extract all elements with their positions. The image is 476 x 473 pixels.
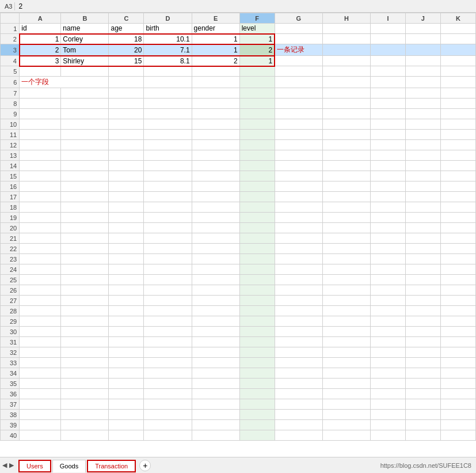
cell-A1[interactable]: id	[20, 24, 61, 34]
cell-C5[interactable]	[109, 66, 144, 77]
cell-G3[interactable]: 一条记录	[275, 44, 322, 56]
cell-J6[interactable]	[405, 77, 440, 88]
cell-C4[interactable]: 15	[109, 56, 144, 66]
cell-G4[interactable]	[275, 56, 322, 66]
col-header-H[interactable]: H	[322, 13, 370, 24]
cell-I2[interactable]	[370, 34, 405, 44]
table-row: 8	[1, 99, 476, 109]
col-header-G[interactable]: G	[275, 13, 322, 24]
cell-C3[interactable]: 20	[109, 44, 144, 56]
cell-I5[interactable]	[370, 66, 405, 77]
cell-D5[interactable]	[144, 66, 192, 77]
table-row: 10	[1, 119, 476, 130]
cell-E3[interactable]: 1	[192, 44, 239, 56]
cell-D4[interactable]: 8.1	[144, 56, 192, 66]
cell-F1[interactable]: level	[239, 24, 275, 34]
table-row: 4 3 Shirley 15 8.1 2 1	[1, 56, 476, 66]
cell-F5[interactable]	[239, 66, 275, 77]
grid-body: A B C D E F G H I J K	[0, 13, 476, 457]
grid-scroll[interactable]: A B C D E F G H I J K	[0, 13, 476, 457]
table-row: 2 1 Corley 18 10.1 1 1	[1, 34, 476, 44]
cell-C2[interactable]: 18	[109, 34, 144, 44]
table-row: 5	[1, 66, 476, 77]
cell-E5[interactable]	[192, 66, 239, 77]
col-header-A[interactable]: A	[20, 13, 61, 24]
cell-D2[interactable]: 10.1	[144, 34, 192, 44]
formula-bar: A3 2	[0, 0, 476, 13]
col-header-B[interactable]: B	[61, 13, 109, 24]
cell-A6[interactable]: 一个字段	[20, 77, 109, 88]
table-row: 25	[1, 275, 476, 285]
cell-A3[interactable]: 2	[20, 44, 61, 56]
cell-A5[interactable]	[20, 66, 61, 77]
tab-right-arrow[interactable]: ▶	[9, 461, 14, 469]
cell-H5[interactable]	[322, 66, 370, 77]
cell-B2[interactable]: Corley	[61, 34, 109, 44]
add-sheet-button[interactable]: +	[139, 460, 151, 471]
cell-F2[interactable]: 1	[239, 34, 275, 44]
cell-I6[interactable]	[370, 77, 405, 88]
spreadsheet-app: A3 2	[0, 0, 476, 473]
cell-C1[interactable]: age	[109, 24, 144, 34]
cell-B4[interactable]: Shirley	[61, 56, 109, 66]
row-num-6: 6	[1, 77, 20, 88]
cell-H2[interactable]	[322, 34, 370, 44]
table-row: 19	[1, 213, 476, 223]
cell-B3[interactable]: Tom	[61, 44, 109, 56]
cell-G1[interactable]	[275, 24, 322, 34]
cell-K6[interactable]	[440, 77, 475, 88]
table-row: 40	[1, 430, 476, 441]
cell-D1[interactable]: birth	[144, 24, 192, 34]
cell-A2[interactable]: 1	[20, 34, 61, 44]
table-row: 18	[1, 202, 476, 213]
cell-E2[interactable]: 1	[192, 34, 239, 44]
col-header-D[interactable]: D	[144, 13, 192, 24]
cell-F3[interactable]: 2	[239, 44, 275, 56]
cell-K3[interactable]	[440, 44, 475, 56]
cell-B5[interactable]	[61, 66, 109, 77]
cell-H1[interactable]	[322, 24, 370, 34]
cell-J3[interactable]	[405, 44, 440, 56]
cell-K2[interactable]	[440, 34, 475, 44]
cell-I4[interactable]	[370, 56, 405, 66]
cell-I3[interactable]	[370, 44, 405, 56]
cell-G6[interactable]	[275, 77, 322, 88]
cell-G5[interactable]	[275, 66, 322, 77]
cell-B1[interactable]: name	[61, 24, 109, 34]
cell-J4[interactable]	[405, 56, 440, 66]
cell-H3[interactable]	[322, 44, 370, 56]
col-header-K[interactable]: K	[440, 13, 475, 24]
cell-K5[interactable]	[440, 66, 475, 77]
col-header-F[interactable]: F	[239, 13, 275, 24]
cell-H6[interactable]	[322, 77, 370, 88]
cell-E6[interactable]	[192, 77, 239, 88]
cell-K1[interactable]	[440, 24, 475, 34]
cell-I1[interactable]	[370, 24, 405, 34]
col-header-E[interactable]: E	[192, 13, 239, 24]
cell-H4[interactable]	[322, 56, 370, 66]
cell-A4[interactable]: 3	[20, 56, 61, 66]
cell-J1[interactable]	[405, 24, 440, 34]
tab-transaction[interactable]: Transaction	[87, 460, 136, 472]
table-row: 36	[1, 389, 476, 399]
cell-E4[interactable]: 2	[192, 56, 239, 66]
cell-G2[interactable]	[275, 34, 322, 44]
cell-J5[interactable]	[405, 66, 440, 77]
col-header-I[interactable]: I	[370, 13, 405, 24]
cell-F4[interactable]: 1	[239, 56, 275, 66]
table-row: 17	[1, 192, 476, 202]
cell-E1[interactable]: gender	[192, 24, 239, 34]
tab-left-arrow[interactable]: ◀	[2, 461, 7, 469]
cell-K4[interactable]	[440, 56, 475, 66]
cell-D3[interactable]: 7.1	[144, 44, 192, 56]
cell-J2[interactable]	[405, 34, 440, 44]
tab-users[interactable]: Users	[18, 460, 51, 472]
tab-goods[interactable]: Goods	[52, 460, 86, 472]
cell-D6[interactable]	[144, 77, 192, 88]
col-header-C[interactable]: C	[109, 13, 144, 24]
cell-F6[interactable]	[239, 77, 275, 88]
table-row: 35	[1, 379, 476, 389]
cell-C6[interactable]	[109, 77, 144, 88]
col-header-J[interactable]: J	[405, 13, 440, 24]
table-row: 20	[1, 223, 476, 233]
